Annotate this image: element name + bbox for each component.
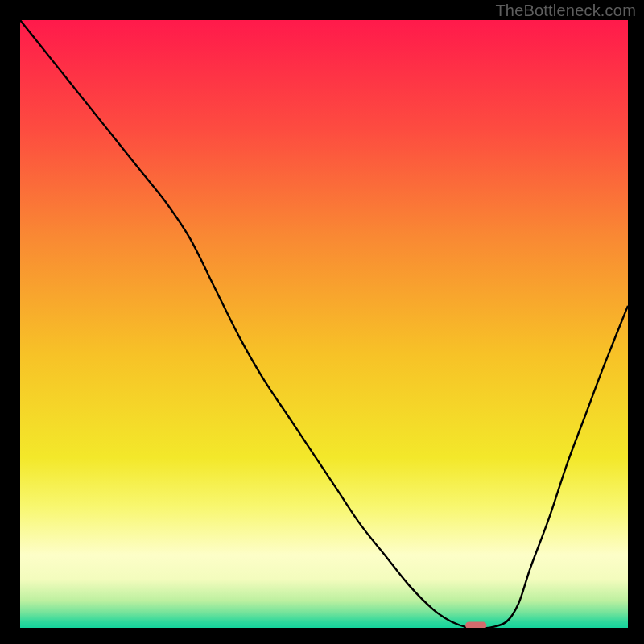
gradient-background: [20, 20, 628, 628]
chart-plot-area: [20, 20, 628, 628]
chart-stage: TheBottleneck.com: [0, 0, 644, 644]
chart-svg: [20, 20, 628, 628]
watermark-text: TheBottleneck.com: [495, 2, 636, 20]
optimum-marker: [465, 621, 486, 628]
